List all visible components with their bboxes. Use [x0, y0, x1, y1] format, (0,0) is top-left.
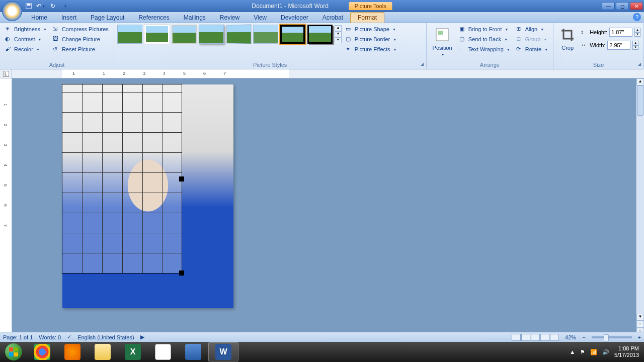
notepad-icon	[155, 344, 171, 360]
tray-clock[interactable]: 1:08 PM 5/17/2013	[614, 345, 639, 358]
gallery-more[interactable]: ▾	[335, 37, 342, 43]
status-page[interactable]: Page: 1 of 1	[3, 334, 33, 340]
style-thumb-3[interactable]	[172, 25, 197, 44]
style-thumb-2[interactable]	[144, 25, 170, 44]
status-words[interactable]: Words: 0	[39, 334, 61, 340]
contrast-button[interactable]: ◐Contrast▼	[3, 35, 49, 44]
close-button[interactable]: ✕	[630, 2, 643, 10]
zoom-out[interactable]: −	[582, 334, 585, 340]
width-up[interactable]: ▲	[632, 41, 638, 45]
width-icon: ↔	[581, 42, 588, 49]
minimize-button[interactable]: —	[602, 2, 615, 10]
maximize-button[interactable]: ◻	[616, 2, 629, 10]
tab-review[interactable]: Review	[213, 13, 247, 23]
height-up[interactable]: ▲	[634, 28, 640, 32]
task-chrome[interactable]	[27, 342, 57, 361]
tab-mailings[interactable]: Mailings	[177, 13, 213, 23]
picture-shape-button[interactable]: ▭Picture Shape▼	[344, 25, 399, 34]
vertical-ruler[interactable]: 1 2 3 4 5 6 7	[0, 78, 12, 342]
browse-prev[interactable]: ◦	[636, 321, 644, 328]
start-button[interactable]	[0, 342, 27, 362]
style-thumb-1[interactable]	[117, 25, 142, 44]
help-button[interactable]: ?	[633, 13, 641, 21]
scroll-up[interactable]: ▲	[636, 78, 644, 85]
group-label-size: Size	[556, 61, 640, 69]
view-outline[interactable]	[540, 334, 549, 341]
tray-action-center-icon[interactable]: ⚑	[580, 349, 585, 355]
horizontal-ruler[interactable]: 1 1 2 3 4 5 6 7	[62, 69, 289, 78]
position-button[interactable]: Position▼	[430, 25, 455, 58]
tab-developer[interactable]: Developer	[274, 13, 315, 23]
task-firefox[interactable]	[57, 342, 88, 361]
picture-effects-button[interactable]: ✦Picture Effects▼	[344, 45, 399, 54]
redo-button[interactable]: ↻	[48, 2, 57, 11]
crop-button[interactable]: Crop	[556, 25, 579, 53]
tray-network-icon[interactable]: 📶	[590, 349, 597, 355]
brightness-button[interactable]: ☀Brightness▼	[3, 25, 49, 34]
tab-format[interactable]: Format	[350, 12, 384, 23]
view-web[interactable]	[531, 334, 540, 341]
task-word[interactable]: W	[208, 342, 238, 361]
task-notepad[interactable]	[148, 342, 178, 361]
tab-insert[interactable]: Insert	[54, 13, 84, 23]
reset-picture-button[interactable]: ↺Reset Picture	[51, 45, 111, 54]
tab-references[interactable]: References	[131, 13, 176, 23]
style-thumb-4[interactable]	[199, 25, 224, 44]
align-button[interactable]: ⊞Align▼	[514, 25, 550, 34]
task-excel[interactable]: X	[118, 342, 148, 361]
tab-home[interactable]: Home	[24, 13, 54, 23]
tab-acrobat[interactable]: Acrobat	[315, 13, 350, 23]
zoom-level[interactable]: 42%	[565, 334, 576, 340]
tray-volume-icon[interactable]: 🔊	[602, 349, 609, 355]
style-thumb-8[interactable]	[307, 25, 333, 44]
office-button[interactable]	[2, 1, 22, 21]
width-input[interactable]	[607, 41, 630, 50]
undo-button[interactable]: ↶▼	[36, 2, 45, 11]
tab-view[interactable]: View	[247, 13, 274, 23]
recolor-button[interactable]: 🖌Recolor▼	[3, 45, 49, 54]
save-button[interactable]	[24, 2, 33, 11]
bring-to-front-button[interactable]: ▣Bring to Front▼	[457, 25, 512, 34]
crop-handle-br[interactable]	[179, 270, 184, 276]
gallery-scroll-down[interactable]: ▼	[335, 31, 342, 37]
tab-page-layout[interactable]: Page Layout	[84, 13, 131, 23]
task-movie-maker[interactable]	[178, 342, 208, 361]
width-down[interactable]: ▼	[632, 45, 638, 50]
document-area: 1 2 3 4 5 6 7	[0, 78, 644, 342]
zoom-slider[interactable]	[592, 336, 632, 338]
text-wrapping-button[interactable]: ≡Text Wrapping▼	[457, 45, 512, 54]
scroll-down[interactable]: ▼	[636, 314, 644, 321]
scroll-thumb[interactable]	[637, 85, 643, 116]
picture-styles-gallery: ▲ ▼ ▾	[117, 25, 342, 44]
status-language[interactable]: English (United States)	[77, 334, 134, 340]
tab-selector[interactable]: L	[3, 71, 9, 77]
view-full-screen[interactable]	[521, 334, 530, 341]
svg-rect-7	[14, 352, 18, 356]
vertical-scrollbar[interactable]: ▲ ▼ ◦ ○ ◦	[636, 78, 644, 342]
picture-styles-launcher[interactable]: ◢	[419, 62, 425, 68]
status-macro-icon[interactable]: ▶	[140, 334, 144, 340]
send-to-back-button[interactable]: ▢Send to Back▼	[457, 35, 512, 44]
compress-pictures-button[interactable]: ⇲Compress Pictures	[51, 25, 111, 34]
picture-border-button[interactable]: ▢Picture Border▼	[344, 35, 399, 44]
rotate-button[interactable]: ⟳Rotate▼	[514, 45, 550, 54]
view-print-layout[interactable]	[512, 334, 521, 341]
qat-customize[interactable]: ▼	[60, 2, 69, 11]
status-proofing-icon[interactable]: ✓	[67, 334, 71, 340]
view-draft[interactable]	[550, 334, 559, 341]
tray-show-hidden[interactable]: ▲	[570, 349, 575, 355]
style-thumb-7[interactable]	[280, 25, 305, 44]
puzzle-overlay-picture[interactable]	[62, 84, 182, 273]
change-picture-button[interactable]: 🖼Change Picture	[51, 35, 111, 44]
group-button[interactable]: ⊡Group▼	[514, 35, 550, 44]
style-thumb-6[interactable]	[253, 25, 278, 44]
height-down[interactable]: ▼	[634, 32, 640, 37]
size-launcher[interactable]: ◢	[636, 62, 642, 68]
gallery-scroll-up[interactable]: ▲	[335, 25, 342, 31]
task-explorer[interactable]	[88, 342, 118, 361]
style-thumb-5[interactable]	[226, 24, 252, 44]
height-input[interactable]	[609, 28, 632, 37]
crop-handle-right[interactable]	[179, 176, 184, 182]
zoom-in[interactable]: +	[638, 334, 641, 340]
document-canvas[interactable]	[12, 78, 644, 342]
